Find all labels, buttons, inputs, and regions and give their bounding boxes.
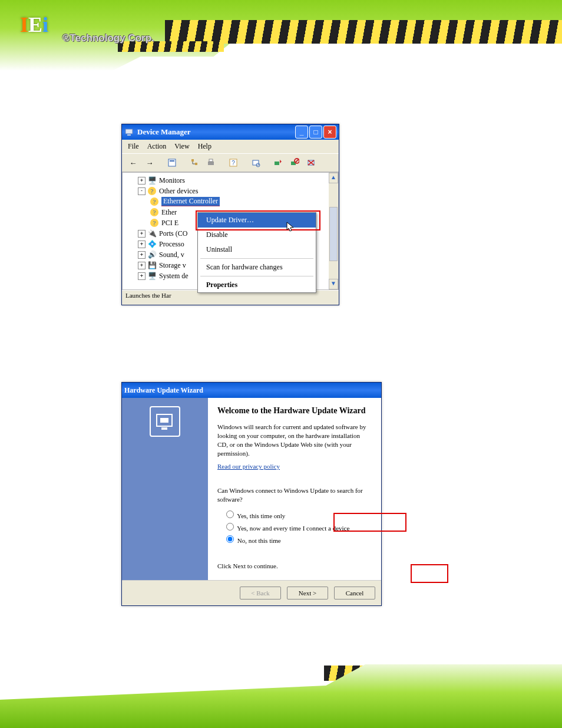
svg-rect-2 (168, 159, 176, 166)
tree-icon[interactable] (187, 156, 202, 170)
unknown-device-icon: ? (150, 197, 159, 206)
uninstall-icon[interactable] (303, 156, 319, 170)
wiz-title: Hardware Update Wizard (124, 386, 203, 395)
cpu-icon: 💠 (147, 239, 157, 249)
window-buttons: _ □ × (295, 126, 336, 139)
page: IEi ®Technology Corp. Device Manager _ □… (0, 0, 562, 728)
menu-action[interactable]: Action (147, 142, 167, 151)
svg-rect-0 (125, 129, 133, 134)
toolbar-sep (220, 156, 224, 170)
toolbar-sep (265, 156, 269, 170)
menu-help[interactable]: Help (198, 142, 211, 151)
unknown-device-icon: ? (150, 218, 159, 228)
toolbar-sep (181, 156, 186, 170)
scroll-down-icon[interactable]: ▼ (329, 279, 338, 289)
logo-letter-i2: i (42, 13, 48, 37)
wiz-main: Welcome to the Hardware Update Wizard Wi… (208, 398, 381, 580)
forward-button[interactable]: → (142, 156, 157, 170)
port-icon: 🔌 (147, 229, 157, 238)
wiz-intro: Windows will search for current and upda… (217, 423, 372, 457)
wiz-continue-text: Click Next to continue. (217, 562, 372, 571)
menu-file[interactable]: File (128, 142, 139, 151)
svg-rect-28 (160, 418, 168, 423)
cursor-icon (286, 222, 295, 232)
svg-rect-5 (195, 163, 197, 165)
svg-rect-12 (275, 162, 279, 165)
highlight-box-next (411, 564, 448, 583)
next-button[interactable]: Next > (287, 587, 328, 599)
svg-rect-6 (208, 162, 214, 165)
tree-ethernet-controller[interactable]: ?Ethernet Controller (126, 196, 335, 207)
monitor-icon: 🖥️ (147, 176, 157, 185)
dm-toolbar: ← → ? (122, 153, 339, 172)
context-menu: Update Driver… Disable Uninstall Scan fo… (197, 212, 316, 293)
wizard-hardware-icon (150, 406, 180, 437)
svg-text:?: ? (232, 160, 235, 166)
logo-letter-e: E (28, 13, 42, 37)
ctx-properties[interactable]: Properties (198, 278, 316, 292)
menu-view[interactable]: View (174, 142, 189, 151)
ctx-update-driver[interactable]: Update Driver… (198, 213, 316, 228)
unknown-device-icon: ? (150, 207, 159, 217)
toolbar-sep (242, 156, 247, 170)
ctx-disable[interactable]: Disable (198, 228, 316, 242)
scroll-thumb[interactable] (329, 207, 338, 261)
header-stripe (165, 20, 562, 44)
opt-no[interactable]: No, not this time (223, 533, 372, 544)
close-button[interactable]: × (323, 126, 336, 139)
svg-rect-1 (127, 134, 131, 136)
dm-title: Device Manager (137, 127, 191, 137)
system-icon: 🖥️ (147, 271, 157, 281)
opt-yes-always[interactable]: Yes, now and every time I connect a devi… (223, 521, 372, 532)
minimize-button[interactable]: _ (295, 126, 308, 139)
ctx-scan[interactable]: Scan for hardware changes (198, 260, 316, 275)
sound-icon: 🔊 (147, 250, 157, 259)
opt-yes-once[interactable]: Yes, this time only (223, 509, 372, 519)
disable-icon[interactable] (287, 156, 302, 170)
wiz-titlebar[interactable]: Hardware Update Wizard (122, 383, 381, 398)
svg-text:?: ? (153, 219, 156, 226)
ctx-uninstall[interactable]: Uninstall (198, 242, 316, 257)
svg-text:?: ? (153, 198, 156, 205)
hardware-update-wizard-window: Hardware Update Wizard Welcome to the Ha… (121, 382, 382, 606)
properties-icon[interactable] (164, 156, 180, 170)
print-icon[interactable] (203, 156, 219, 170)
back-button[interactable]: ← (125, 156, 141, 170)
scroll-up-icon[interactable]: ▲ (329, 173, 338, 183)
computer-icon (124, 127, 134, 137)
wiz-sidebar (122, 398, 208, 580)
tree-monitors[interactable]: +🖥️Monitors (126, 175, 335, 186)
cancel-button[interactable]: Cancel (334, 587, 375, 599)
scrollbar[interactable]: ▲ ▼ (329, 173, 338, 289)
wiz-heading: Welcome to the Hardware Update Wizard (217, 406, 372, 416)
maximize-button[interactable]: □ (309, 126, 322, 139)
storage-icon: 💾 (147, 261, 157, 270)
update-driver-icon[interactable] (270, 156, 286, 170)
wiz-question: Can Windows connect to Windows Update to… (217, 486, 372, 504)
footer-circuit-bg (0, 657, 562, 728)
svg-rect-10 (253, 160, 259, 165)
svg-rect-29 (161, 427, 167, 430)
toolbar-sep (158, 156, 163, 170)
svg-rect-4 (191, 159, 194, 162)
svg-rect-7 (209, 159, 213, 162)
help-icon[interactable]: ? (226, 156, 241, 170)
svg-text:?: ? (151, 187, 154, 195)
brand-logo: IEi (20, 14, 48, 35)
dm-menubar: File Action View Help (122, 140, 339, 153)
logo-letter-i1: I (20, 13, 28, 37)
privacy-link[interactable]: Read our privacy policy (217, 463, 280, 470)
question-icon: ? (147, 186, 157, 196)
dm-titlebar[interactable]: Device Manager _ □ × (122, 124, 339, 140)
svg-text:?: ? (153, 209, 156, 216)
svg-rect-3 (170, 160, 174, 162)
back-button[interactable]: < Back (240, 587, 281, 599)
tree-other-devices[interactable]: -?Other devices (126, 186, 335, 196)
wiz-footer: < Back Next > Cancel (122, 580, 381, 605)
scan-hardware-icon[interactable] (248, 156, 263, 170)
svg-line-15 (295, 159, 299, 163)
brand-subtitle: ®Technology Corp. (62, 33, 154, 43)
